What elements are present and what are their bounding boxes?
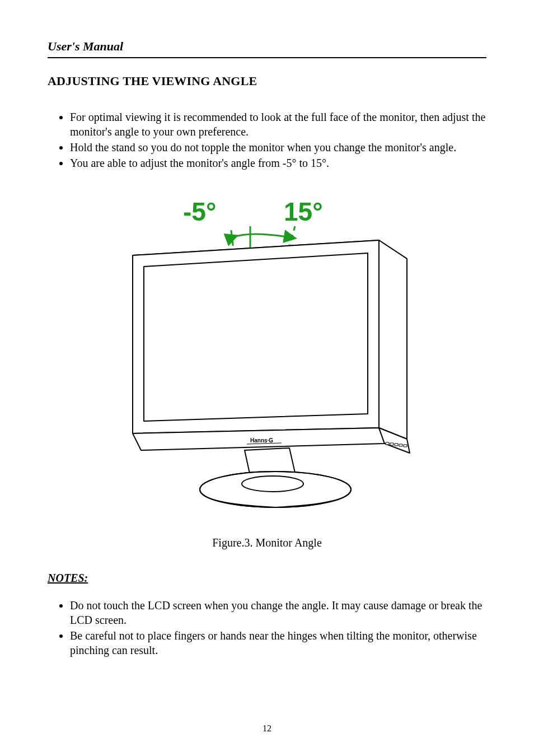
- svg-marker-3: [144, 253, 368, 421]
- angle-left-label: -5°: [183, 197, 216, 226]
- angle-right-label: 15°: [284, 197, 323, 226]
- svg-point-14: [242, 476, 303, 492]
- list-item: For optimal viewing it is recommended to…: [70, 110, 486, 139]
- notes-title: NOTES:: [48, 572, 486, 585]
- page: User's Manual ADJUSTING THE VIEWING ANGL…: [0, 0, 534, 756]
- instruction-list: For optimal viewing it is recommended to…: [48, 110, 486, 170]
- header-title: User's Manual: [48, 39, 486, 54]
- svg-rect-7: [390, 443, 394, 445]
- svg-rect-6: [386, 442, 389, 445]
- page-number: 12: [0, 724, 534, 734]
- monitor-angle-illustration: -5° 15°: [110, 193, 424, 523]
- angle-arc: [232, 234, 291, 237]
- list-item: Do not touch the LCD screen when you cha…: [70, 598, 486, 627]
- figure-caption: Figure.3. Monitor Angle: [48, 536, 486, 549]
- monitor-brand-label: Hanns·G: [250, 437, 273, 444]
- svg-rect-9: [399, 444, 402, 446]
- monitor-drawing: [133, 240, 410, 507]
- svg-rect-10: [404, 445, 407, 447]
- notes-list: Do not touch the LCD screen when you cha…: [48, 598, 486, 657]
- svg-marker-1: [379, 240, 407, 439]
- svg-rect-8: [395, 444, 398, 446]
- figure: -5° 15°: [48, 193, 486, 525]
- list-item: You are able to adjust the monitor's ang…: [70, 156, 486, 170]
- section-title: ADJUSTING THE VIEWING ANGLE: [48, 74, 486, 88]
- list-item: Be careful not to place fingers or hands…: [70, 628, 486, 657]
- header-rule: [48, 57, 486, 58]
- list-item: Hold the stand so you do not topple the …: [70, 140, 486, 155]
